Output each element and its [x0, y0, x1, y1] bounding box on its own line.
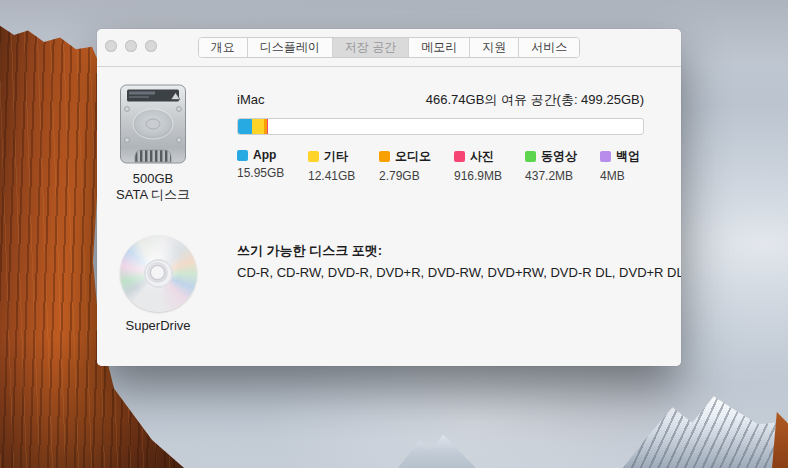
legend-item-backups: 백업 4MB — [600, 148, 648, 183]
desktop: 개요디스플레이저장 공간메모리지원서비스 — [0, 0, 788, 468]
legend-value: 12.41GB — [308, 169, 356, 183]
tab-storage[interactable]: 저장 공간 — [333, 38, 409, 57]
storage-legend: App 15.95GB 기타 12.41GB 오디오 2.79GB 사진 916… — [237, 148, 648, 183]
legend-swatch — [237, 150, 248, 161]
bar-segment-app — [238, 119, 252, 134]
legend-item-photos: 사진 916.9MB — [454, 148, 502, 183]
writable-formats-title: 쓰기 가능한 디스크 포맷: — [237, 242, 382, 260]
legend-value: 4MB — [600, 169, 648, 183]
tab-displays[interactable]: 디스플레이 — [248, 38, 333, 57]
window-controls — [105, 40, 157, 52]
legend-swatch — [525, 151, 536, 162]
legend-label: 동영상 — [541, 148, 577, 165]
legend-item-other: 기타 12.41GB — [308, 148, 356, 183]
free-space-text: 466.74GB의 여유 공간(총: 499.25GB) — [426, 91, 644, 109]
legend-value: 916.9MB — [454, 169, 502, 183]
legend-swatch — [379, 151, 390, 162]
storage-usage-bar — [237, 118, 644, 135]
tab-overview[interactable]: 개요 — [199, 38, 248, 57]
close-button[interactable] — [105, 40, 117, 52]
about-this-mac-window: 개요디스플레이저장 공간메모리지원서비스 — [97, 29, 681, 366]
legend-swatch — [454, 151, 465, 162]
tab-bar: 개요디스플레이저장 공간메모리지원서비스 — [198, 37, 580, 58]
tab-support[interactable]: 지원 — [470, 38, 519, 57]
superdrive-label: SuperDrive — [103, 318, 213, 333]
legend-label: 사진 — [470, 148, 494, 165]
hard-disk-icon — [119, 84, 187, 164]
tab-memory[interactable]: 메모리 — [409, 38, 470, 57]
legend-value: 15.95GB — [237, 166, 285, 180]
legend-label: 기타 — [324, 148, 348, 165]
legend-swatch — [308, 151, 319, 162]
disk-type: SATA 디스크 — [99, 187, 207, 203]
legend-item-app: App 15.95GB — [237, 148, 285, 183]
legend-label: App — [253, 148, 276, 162]
storage-pane: 500GB SATA 디스크 iMac 466.74GB의 여유 공간(총: 4… — [97, 67, 681, 366]
superdrive-disc-icon — [120, 235, 197, 312]
tab-service[interactable]: 서비스 — [519, 38, 579, 57]
writable-formats-list: CD-R, CD-RW, DVD-R, DVD+R, DVD-RW, DVD+R… — [237, 265, 681, 280]
legend-value: 437.2MB — [525, 169, 577, 183]
zoom-button[interactable] — [145, 40, 157, 52]
legend-label: 백업 — [616, 148, 640, 165]
bar-segment-other — [252, 119, 264, 134]
legend-label: 오디오 — [395, 148, 431, 165]
legend-item-movies: 동영상 437.2MB — [525, 148, 577, 183]
disk-name-label: 500GB SATA 디스크 — [99, 171, 207, 203]
device-name: iMac — [237, 92, 264, 107]
storage-header: iMac 466.74GB의 여유 공간(총: 499.25GB) — [237, 91, 644, 109]
titlebar: 개요디스플레이저장 공간메모리지원서비스 — [97, 29, 681, 67]
bar-segment-photos — [267, 119, 268, 134]
legend-item-audio: 오디오 2.79GB — [379, 148, 431, 183]
legend-value: 2.79GB — [379, 169, 431, 183]
minimize-button[interactable] — [125, 40, 137, 52]
disk-capacity: 500GB — [99, 171, 207, 187]
legend-swatch — [600, 151, 611, 162]
